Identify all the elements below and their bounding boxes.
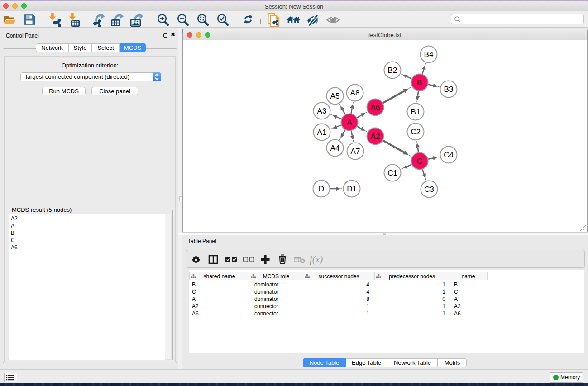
svg-text:A7: A7 (351, 147, 360, 156)
svg-text:D1: D1 (347, 185, 357, 193)
svg-text:B: B (417, 78, 422, 87)
svg-text:B4: B4 (424, 50, 434, 59)
svg-text:C1: C1 (387, 169, 397, 177)
svg-text:B3: B3 (444, 85, 454, 94)
svg-text:C2: C2 (411, 128, 421, 136)
svg-text:A3: A3 (317, 107, 327, 115)
svg-text:A4: A4 (330, 144, 340, 152)
svg-text:A5: A5 (330, 92, 340, 100)
svg-text:D: D (319, 185, 324, 193)
svg-text:A: A (347, 118, 352, 127)
svg-text:A2: A2 (371, 132, 380, 141)
svg-text:B2: B2 (388, 66, 397, 75)
svg-text:B1: B1 (411, 108, 421, 116)
svg-text:A6: A6 (371, 103, 380, 112)
svg-text:A8: A8 (350, 89, 360, 97)
svg-text:A1: A1 (317, 128, 327, 137)
svg-text:C4: C4 (444, 151, 454, 159)
svg-text:C: C (417, 157, 422, 166)
svg-text:C3: C3 (424, 185, 434, 194)
